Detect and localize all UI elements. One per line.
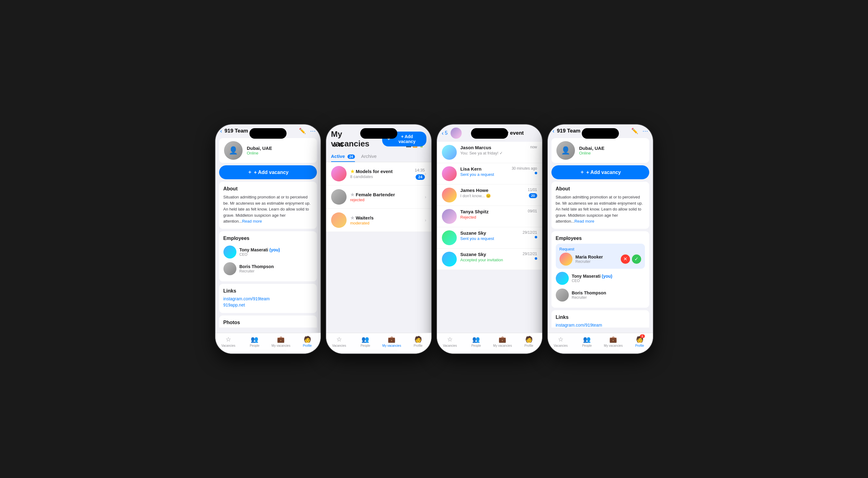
more-icon-1[interactable]: ⋯ (310, 127, 316, 135)
edit-icon-4[interactable]: ✏️ (631, 127, 638, 135)
request-card-4: Request Maria Rooker Recruiter ✕ ✓ (556, 244, 645, 269)
add-vacancy-btn-1[interactable]: ＋ + Add vacancy (219, 165, 317, 179)
about-title-1: About (223, 186, 313, 191)
msg-right-0: now (516, 145, 537, 149)
msg-preview-0: You: See ya at friday! ✓ (461, 151, 516, 155)
back-button-1[interactable]: ‹ (220, 128, 222, 135)
message-item-0[interactable]: Jason Marcus You: See ya at friday! ✓ no… (437, 142, 542, 163)
star-icon-0: ★ (350, 169, 354, 174)
nav-vacancies-3[interactable]: ☆ Vacancies (441, 336, 459, 347)
nav-profile-1[interactable]: 🧑 Profile (298, 336, 316, 347)
tab-archive-2[interactable]: Archive (361, 151, 377, 162)
msg-time-4: 29/12/21 (523, 230, 537, 235)
nav-people-2[interactable]: 👥 People (356, 336, 375, 347)
nav-people-3[interactable]: 👥 People (467, 336, 486, 347)
msg-avatar-5 (442, 252, 457, 267)
vacancy-name-1: ★ Female Bartender (350, 192, 425, 198)
nav-myvacancies-2[interactable]: 💼 My vacancies (382, 336, 401, 347)
message-item-5[interactable]: Suzane Sky Accepted your invitation 29/1… (437, 248, 542, 270)
links-title-1: Links (223, 288, 313, 294)
emp-avatar-4-0 (556, 272, 569, 285)
msg-content-3: Tanya Shpitz Rejected (461, 209, 516, 219)
edit-icon-1[interactable]: ✏️ (299, 127, 306, 135)
msg-time-2: 11/01 (528, 188, 537, 192)
nav-vacancies-1[interactable]: ☆ Vacancies (219, 336, 238, 347)
msg-name-3: Tanya Shpitz (461, 209, 516, 214)
message-item-2[interactable]: James Howe I don't know... 😐 11/01 20 (437, 184, 542, 206)
request-actions-4: ✕ ✓ (621, 255, 641, 264)
online-status-1: Online (247, 151, 272, 155)
emp-name-1: Boris Thompson (240, 264, 274, 269)
phone-1-content: ‹ 919 Team ✓ ✏️ ⋯ 👤 (215, 124, 320, 328)
vacancy-time-0: 14:35 (415, 168, 425, 173)
vacancy-item-1[interactable]: ★ Female Bartender rejected › (326, 185, 431, 209)
message-item-4[interactable]: Suzane Sky Sent you a request 29/12/21 (437, 227, 542, 248)
back-btn-3[interactable]: ‹ 5 (442, 130, 448, 137)
emp-info-1: Boris Thompson Recruiter (240, 264, 274, 273)
vacancies-icon-2: ☆ (336, 336, 342, 343)
message-item-3[interactable]: Tanya Shpitz Rejected 09/01 (437, 206, 542, 227)
msg-avatar-2 (442, 188, 457, 203)
back-count-3: 5 (445, 130, 448, 136)
phone-2-screen: 9:41 📶 🔋 My vacancies ＋ + Add vacancy (326, 124, 431, 354)
back-button-4[interactable]: ‹ (553, 128, 555, 135)
msg-content-1: Lisa Kern Sent you a request (461, 166, 512, 177)
profile-meta-1: Dubai, UAE Online (247, 146, 272, 155)
emp-name-0: Tony Maserati (you) (240, 247, 280, 252)
link-item-4-0[interactable]: instagram.com/919team (556, 323, 645, 328)
vacancy-item-2[interactable]: ★ Waiter/s moderated › (326, 209, 431, 232)
add-vacancy-btn-4[interactable]: ＋ + Add vacancy (552, 165, 649, 179)
more-icon-4[interactable]: ⋯ (643, 127, 648, 135)
vacancy-name-0: ★ Models for event (350, 169, 415, 174)
msg-dot-4 (535, 236, 537, 238)
msg-content-2: James Howe I don't know... 😐 (461, 188, 516, 198)
link-item-1[interactable]: 919app.net (223, 302, 313, 307)
phone-4-content: ‹ 919 Team ✓ ✏️ ⋯ 👤 (548, 124, 653, 328)
myvacancies-icon-2: 💼 (388, 336, 396, 343)
nav-label-vacancies-2: Vacancies (332, 344, 346, 347)
vacancy-item-0[interactable]: ★ Models for event 8 candidates 14:35 24… (326, 162, 431, 185)
nav-profile-3[interactable]: 🧑 Profile (520, 336, 538, 347)
emp-info-0: Tony Maserati (you) CEO (240, 247, 280, 257)
avatar-image-4: 👤 (556, 141, 575, 160)
read-more-4[interactable]: Read more (574, 219, 594, 223)
msg-content-4: Suzane Sky Sent you a request (461, 230, 516, 241)
nav-people-1[interactable]: 👥 People (245, 336, 264, 347)
msg-avatar-0 (442, 145, 457, 160)
tab-active-2[interactable]: Active 24 (331, 151, 355, 162)
msg-header-avatar-3 (451, 127, 462, 139)
nav-profile-2[interactable]: 🧑 Profile (409, 336, 427, 347)
tab-badge-2: 24 (347, 154, 355, 159)
reject-btn-4[interactable]: ✕ (621, 255, 630, 264)
plus-icon-4: ＋ (580, 169, 585, 176)
msg-time-3: 09/01 (528, 209, 537, 213)
employees-title-4: Employees (556, 236, 645, 241)
read-more-1[interactable]: Read more (242, 219, 262, 223)
add-vacancy-label-1: + Add vacancy (254, 170, 289, 175)
msg-name-2: James Howe (461, 188, 516, 193)
dynamic-island-4 (582, 128, 619, 139)
avatar-image-1: 👤 (224, 141, 243, 160)
photos-section-1: Photos (219, 316, 317, 328)
profile-badge-4: 1 (640, 334, 645, 338)
people-icon-2: 👥 (362, 336, 369, 343)
nav-label-myvacancies-1: My vacancies (272, 344, 290, 347)
accept-btn-4[interactable]: ✓ (632, 255, 641, 264)
request-info-4: Maria Rooker Recruiter (576, 255, 603, 264)
request-avatar-4 (559, 252, 572, 266)
location-1: Dubai, UAE (247, 146, 272, 151)
nav-vacancies-4[interactable]: ☆ Vacancies (552, 336, 570, 347)
nav-vacancies-2[interactable]: ☆ Vacancies (330, 336, 348, 347)
message-item-1[interactable]: Lisa Kern Sent you a request 30 minutes … (437, 163, 542, 184)
nav-myvacancies-4[interactable]: 💼 My vacancies (604, 336, 623, 347)
vacancy-count-0: 24 (415, 174, 425, 180)
nav-profile-4[interactable]: 🧑 1 Profile (630, 336, 649, 347)
vacancy-sub-0: 8 candidates (350, 174, 415, 179)
nav-myvacancies-1[interactable]: 💼 My vacancies (272, 336, 290, 347)
msg-right-5: 29/12/21 (516, 252, 537, 260)
emp-avatar-4-1 (556, 289, 569, 302)
nav-myvacancies-3[interactable]: 💼 My vacancies (493, 336, 512, 347)
nav-people-4[interactable]: 👥 People (578, 336, 596, 347)
link-item-0[interactable]: instagram.com/919team (223, 296, 313, 301)
msg-preview-2: I don't know... 😐 (461, 193, 516, 198)
